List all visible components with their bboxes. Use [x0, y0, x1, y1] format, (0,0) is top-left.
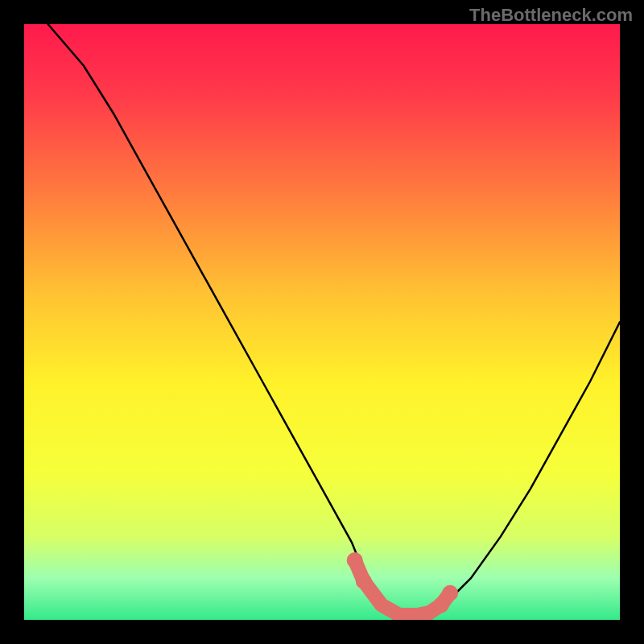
highlight-dot [442, 585, 458, 601]
bottleneck-chart [24, 24, 620, 620]
highlight-dot [347, 552, 363, 568]
highlight-dot [356, 573, 372, 589]
chart-container: TheBottleneck.com [0, 0, 644, 644]
plot-area [24, 24, 620, 620]
watermark-text: TheBottleneck.com [469, 5, 633, 26]
